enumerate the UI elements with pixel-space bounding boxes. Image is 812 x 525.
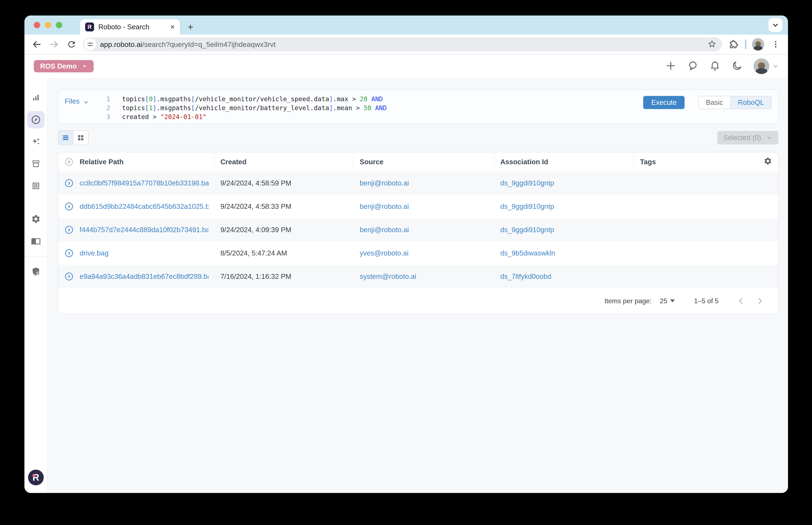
expand-row-button[interactable] bbox=[64, 249, 74, 258]
expand-row-button[interactable] bbox=[64, 225, 74, 235]
list-view-button[interactable] bbox=[58, 131, 73, 145]
created-cell: 7/16/2024, 1:16:32 PM bbox=[220, 272, 291, 281]
close-window-button[interactable] bbox=[34, 22, 40, 28]
search-compass-icon bbox=[31, 115, 41, 125]
workspace-switcher-button[interactable]: ROS Demo bbox=[34, 60, 94, 72]
docs-book-icon bbox=[31, 236, 41, 246]
browser-toolbar: app.roboto.ai/search?queryId=q_5eilm47ij… bbox=[25, 34, 788, 55]
source-link[interactable]: benji@roboto.ai bbox=[360, 226, 409, 234]
created-cell: 8/5/2024, 5:47:24 AM bbox=[220, 249, 287, 257]
sidebar-item-collections[interactable] bbox=[27, 177, 45, 195]
expand-all-icon[interactable] bbox=[64, 157, 74, 167]
query-editor: Files 1topics[0].msgpaths[/vehicle_monit… bbox=[58, 90, 779, 124]
forward-button[interactable] bbox=[48, 39, 60, 50]
chevron-down-icon bbox=[772, 21, 779, 29]
extensions-puzzle-icon bbox=[728, 40, 738, 49]
grid-view-icon bbox=[76, 134, 85, 142]
code-lines[interactable]: 1topics[0].msgpaths[/vehicle_monitor/veh… bbox=[102, 95, 387, 119]
expand-row-button[interactable] bbox=[64, 179, 74, 188]
mode-basic-button[interactable]: Basic bbox=[699, 96, 730, 109]
sidebar: R bbox=[25, 78, 48, 493]
table-row: drive.bag 8/5/2024, 5:47:24 AM yves@robo… bbox=[58, 241, 778, 265]
expand-row-button[interactable] bbox=[64, 272, 74, 281]
grid-view-button[interactable] bbox=[73, 131, 88, 145]
create-new-button[interactable] bbox=[665, 60, 676, 72]
site-settings-button[interactable] bbox=[84, 39, 96, 50]
sidebar-item-admin[interactable] bbox=[27, 263, 45, 280]
source-link[interactable]: benji@roboto.ai bbox=[360, 179, 409, 187]
expand-row-button[interactable] bbox=[64, 202, 74, 211]
user-menu[interactable] bbox=[754, 58, 779, 74]
previous-page-button[interactable] bbox=[731, 291, 750, 311]
sidebar-item-ai[interactable] bbox=[27, 133, 45, 150]
circle-chevron-right-icon bbox=[64, 157, 74, 167]
settings-gear-icon bbox=[31, 214, 41, 224]
file-link[interactable]: drive.bag bbox=[79, 249, 108, 257]
file-link[interactable]: e9a94a93c36a4adb831eb67ec8bdf289.bag bbox=[79, 272, 208, 281]
code-line[interactable]: 2topics[1].msgpaths[/vehicle_monitor/bat… bbox=[102, 104, 387, 112]
association-id-link[interactable]: ds_9ggdi910gntp bbox=[500, 202, 554, 210]
extensions-button[interactable] bbox=[727, 39, 739, 50]
column-settings-button[interactable] bbox=[764, 157, 772, 167]
collections-icon bbox=[31, 181, 41, 191]
association-id-link[interactable]: ds_9b5diwaswkln bbox=[500, 249, 555, 257]
dark-mode-button[interactable] bbox=[732, 60, 742, 72]
page-range-label: 1–5 of 5 bbox=[694, 297, 719, 305]
sidebar-item-settings[interactable] bbox=[27, 210, 45, 228]
file-link[interactable]: ddb615d9bb22484cabc6545b632a1025.bag bbox=[79, 202, 208, 210]
chevron-left-icon bbox=[736, 296, 746, 306]
chevron-down-icon bbox=[767, 135, 772, 141]
bookmark-button[interactable] bbox=[707, 39, 717, 50]
association-id-link[interactable]: ds_9ggdi910gntp bbox=[500, 226, 554, 234]
association-id-link[interactable]: ds_9ggdi910gntp bbox=[500, 179, 554, 187]
file-link[interactable]: cc8c0bf57f984915a77078b10eb33198.bag bbox=[79, 179, 208, 187]
header-relative-path[interactable]: Relative Path bbox=[58, 152, 215, 171]
sidebar-item-docs[interactable] bbox=[27, 232, 45, 250]
code-line[interactable]: 1topics[0].msgpaths[/vehicle_monitor/veh… bbox=[102, 95, 387, 104]
url-bar[interactable]: app.roboto.ai/search?queryId=q_5eilm47ij… bbox=[83, 38, 722, 51]
header-association-id[interactable]: Association Id bbox=[494, 152, 634, 171]
selected-label: Selected (0) bbox=[723, 134, 761, 142]
main-content: Files 1topics[0].msgpaths[/vehicle_monit… bbox=[48, 78, 788, 493]
sidebar-item-analytics[interactable] bbox=[27, 89, 45, 106]
chevron-right-icon bbox=[755, 296, 765, 306]
url-text: app.roboto.ai/search?queryId=q_5eilm47ij… bbox=[100, 40, 703, 49]
analytics-icon bbox=[31, 93, 41, 103]
browser-profile-avatar[interactable] bbox=[752, 38, 764, 50]
tab-search-chevron-button[interactable] bbox=[768, 18, 782, 32]
mode-roboql-button[interactable]: RoboQL bbox=[730, 96, 771, 109]
traffic-lights bbox=[34, 15, 62, 34]
circle-chevron-right-icon bbox=[64, 272, 74, 281]
back-button[interactable] bbox=[31, 39, 43, 50]
sidebar-item-search[interactable] bbox=[27, 111, 45, 129]
roboto-logo[interactable]: R bbox=[28, 470, 44, 485]
minimize-window-button[interactable] bbox=[45, 22, 51, 28]
sidebar-item-marketplace[interactable] bbox=[27, 155, 45, 172]
circle-chevron-right-icon bbox=[64, 179, 74, 188]
selected-dropdown-button[interactable]: Selected (0) bbox=[717, 131, 779, 145]
browser-menu-button[interactable] bbox=[770, 39, 782, 50]
header-created[interactable]: Created bbox=[215, 152, 354, 171]
query-scope-dropdown[interactable]: Files bbox=[65, 95, 89, 119]
source-link[interactable]: system@roboto.ai bbox=[360, 272, 416, 281]
pagination: Items per page: 25 1–5 of 5 bbox=[58, 288, 778, 314]
browser-tab[interactable]: R Roboto - Search × bbox=[80, 19, 180, 34]
source-link[interactable]: yves@roboto.ai bbox=[360, 249, 409, 257]
tab-close-icon[interactable]: × bbox=[170, 23, 175, 31]
code-line[interactable]: 3created > "2024-01-01" bbox=[102, 112, 387, 121]
reload-button[interactable] bbox=[65, 39, 77, 50]
source-link[interactable]: benji@roboto.ai bbox=[360, 202, 409, 210]
zoom-window-button[interactable] bbox=[56, 22, 62, 28]
next-page-button[interactable] bbox=[750, 291, 769, 311]
header-tags[interactable]: Tags bbox=[634, 152, 778, 171]
association-id-link[interactable]: ds_7ltfykd0oobd bbox=[500, 272, 551, 281]
new-tab-button[interactable]: + bbox=[184, 20, 197, 34]
execute-button[interactable]: Execute bbox=[643, 96, 684, 109]
items-per-page-select[interactable]: 25 bbox=[660, 297, 675, 305]
search-button[interactable] bbox=[688, 60, 698, 72]
header-source[interactable]: Source bbox=[354, 152, 494, 171]
chevron-down-icon bbox=[83, 99, 89, 105]
tab-title: Roboto - Search bbox=[98, 23, 166, 31]
notifications-button[interactable] bbox=[709, 60, 721, 72]
file-link[interactable]: f444b757d7e2444c889da10f02b73491.bag bbox=[79, 226, 208, 234]
